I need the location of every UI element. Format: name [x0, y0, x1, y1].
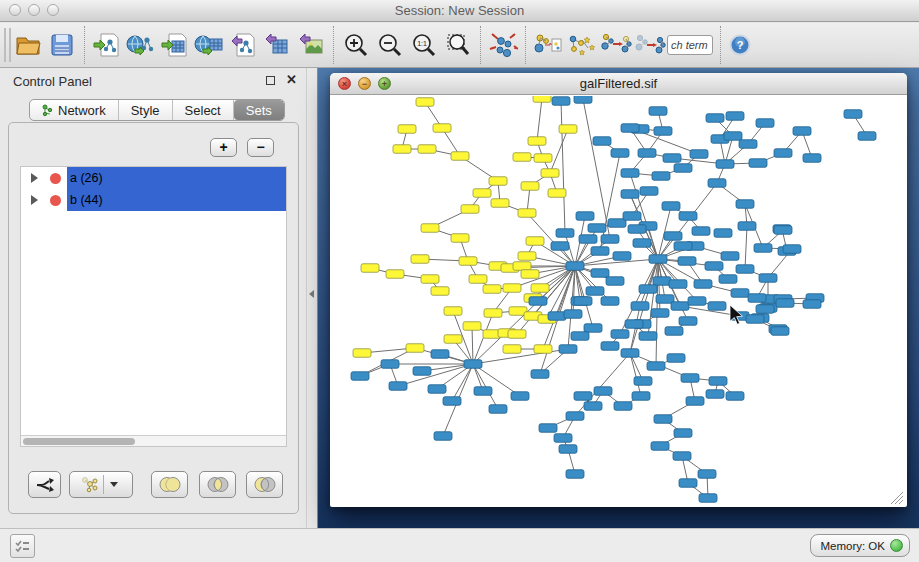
- graph-node-blue[interactable]: [667, 354, 685, 363]
- graph-node-blue[interactable]: [574, 96, 592, 103]
- graph-node-blue[interactable]: [413, 367, 431, 376]
- copy-network-button[interactable]: [599, 26, 633, 64]
- graph-node-yellow[interactable]: [469, 275, 487, 284]
- graph-node-blue[interactable]: [699, 494, 717, 503]
- minimize-window-icon[interactable]: [28, 4, 40, 16]
- graph-node-yellow[interactable]: [534, 154, 552, 163]
- graph-node-blue[interactable]: [552, 97, 570, 106]
- graph-node-blue[interactable]: [489, 405, 507, 414]
- graph-node-blue[interactable]: [651, 309, 669, 318]
- graph-node-blue[interactable]: [621, 124, 639, 133]
- graph-node-yellow[interactable]: [386, 270, 404, 279]
- graph-node-blue[interactable]: [706, 114, 724, 123]
- graph-node-blue[interactable]: [749, 159, 767, 168]
- save-session-button[interactable]: [45, 26, 79, 64]
- graph-node-blue[interactable]: [651, 442, 669, 451]
- graph-node-yellow[interactable]: [421, 275, 439, 284]
- window-resize-grip[interactable]: [891, 492, 903, 504]
- graph-node-blue[interactable]: [576, 212, 594, 221]
- set-label[interactable]: b (44): [67, 189, 286, 211]
- graph-node-blue[interactable]: [858, 132, 876, 141]
- graph-node-blue[interactable]: [566, 412, 584, 421]
- graph-node-blue[interactable]: [511, 392, 529, 401]
- graph-node-blue[interactable]: [756, 119, 774, 128]
- graph-node-blue[interactable]: [736, 200, 754, 209]
- graph-node-blue[interactable]: [556, 229, 574, 238]
- graph-node-blue[interactable]: [793, 127, 811, 136]
- graph-node-yellow[interactable]: [503, 284, 521, 293]
- difference-sets-button[interactable]: [246, 471, 283, 498]
- graph-node-blue[interactable]: [686, 397, 704, 406]
- graph-node-blue[interactable]: [726, 392, 744, 401]
- graph-node-yellow[interactable]: [513, 153, 531, 162]
- tab-style[interactable]: Style: [119, 100, 173, 120]
- close-panel-icon[interactable]: ✕: [286, 72, 297, 87]
- graph-node-yellow[interactable]: [548, 189, 566, 198]
- graph-node-blue[interactable]: [579, 235, 597, 244]
- graph-node-blue[interactable]: [726, 112, 744, 121]
- graph-node-blue[interactable]: [606, 277, 624, 286]
- graph-node-blue[interactable]: [714, 229, 732, 238]
- export-image-button[interactable]: [294, 26, 328, 64]
- graph-node-yellow[interactable]: [416, 98, 434, 107]
- graph-node-blue[interactable]: [633, 239, 651, 248]
- remove-set-button[interactable]: −: [247, 138, 274, 157]
- create-set-from-network-button[interactable]: [69, 471, 133, 498]
- horizontal-scrollbar[interactable]: [21, 435, 286, 446]
- graph-node-yellow[interactable]: [398, 125, 416, 134]
- memory-status-button[interactable]: Memory: OK: [810, 534, 910, 557]
- graph-node-yellow[interactable]: [459, 257, 477, 266]
- graph-node-blue[interactable]: [588, 224, 606, 233]
- graph-node-blue[interactable]: [559, 345, 577, 354]
- graph-node-blue[interactable]: [621, 169, 639, 178]
- toolbar-drag-handle[interactable]: [4, 28, 11, 62]
- graph-node-yellow[interactable]: [508, 330, 526, 339]
- graph-node-blue[interactable]: [621, 190, 639, 199]
- graph-node-blue[interactable]: [844, 110, 862, 119]
- set-row-b[interactable]: b (44): [21, 189, 286, 211]
- open-session-button[interactable]: [11, 26, 45, 64]
- add-set-button[interactable]: +: [210, 138, 237, 157]
- graph-node-blue[interactable]: [698, 470, 716, 479]
- network-window-titlebar[interactable]: × − + galFiltered.sif: [330, 73, 907, 95]
- graph-node-blue[interactable]: [431, 350, 449, 359]
- maximize-view-icon[interactable]: +: [378, 77, 391, 90]
- set-row-a[interactable]: a (26): [21, 167, 286, 189]
- graph-node-blue[interactable]: [803, 154, 821, 163]
- graph-node-blue[interactable]: [671, 302, 689, 311]
- graph-node-blue[interactable]: [681, 374, 699, 383]
- network-from-selection-button[interactable]: [531, 26, 565, 64]
- graph-node-yellow[interactable]: [361, 264, 379, 273]
- graph-node-blue[interactable]: [443, 397, 461, 406]
- zoom-window-icon[interactable]: [47, 4, 59, 16]
- graph-node-blue[interactable]: [554, 434, 572, 443]
- graph-node-blue[interactable]: [774, 226, 792, 235]
- graph-node-blue[interactable]: [663, 154, 681, 163]
- graph-node-blue[interactable]: [738, 222, 756, 231]
- graph-node-blue[interactable]: [571, 332, 589, 341]
- graph-node-blue[interactable]: [640, 187, 658, 196]
- destroy-network-button[interactable]: [633, 26, 667, 64]
- network-window[interactable]: × − + galFiltered.sif: [330, 73, 907, 507]
- import-table-url-button[interactable]: [192, 26, 226, 64]
- graph-node-yellow[interactable]: [531, 284, 549, 293]
- graph-node-yellow[interactable]: [518, 252, 536, 261]
- graph-node-blue[interactable]: [601, 235, 619, 244]
- graph-node-blue[interactable]: [731, 289, 749, 298]
- apply-layout-button[interactable]: [486, 26, 520, 64]
- task-history-button[interactable]: [10, 534, 35, 558]
- graph-node-yellow[interactable]: [406, 344, 424, 353]
- float-panel-icon[interactable]: [266, 76, 275, 85]
- graph-node-blue[interactable]: [705, 262, 723, 271]
- expand-arrow-icon[interactable]: [31, 173, 38, 183]
- graph-node-blue[interactable]: [566, 470, 584, 479]
- graph-node-blue[interactable]: [674, 429, 692, 438]
- graph-node-yellow[interactable]: [411, 255, 429, 264]
- graph-node-blue[interactable]: [736, 265, 754, 274]
- graph-node-blue[interactable]: [673, 452, 691, 461]
- graph-node-yellow[interactable]: [421, 224, 439, 233]
- graph-node-blue[interactable]: [692, 227, 710, 236]
- graph-node-blue[interactable]: [428, 385, 446, 394]
- union-sets-button[interactable]: [151, 471, 188, 498]
- import-network-url-button[interactable]: [124, 26, 158, 64]
